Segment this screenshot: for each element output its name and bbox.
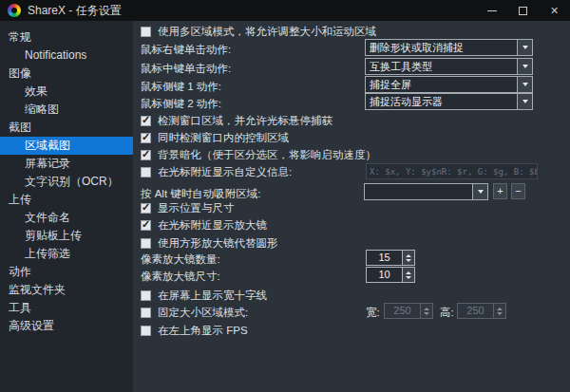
magnifier-size-label: 像素放大镜尺寸: [141,270,220,284]
sidebar-item-tools[interactable]: 工具 [0,299,133,317]
mouse-x2-row: 鼠标侧键 2 动作: [141,96,221,111]
magnifier-count-label: 像素放大镜数量: [141,252,220,267]
spinner-icons [493,304,505,318]
magnifier-count-value: 15 [367,251,402,265]
detect-controls-checkbox[interactable] [141,133,151,143]
crosshair-row: 在屏幕上显示宽十字线 [141,288,267,303]
mouse-x2-select[interactable]: 捕捉活动显示器 [365,93,533,110]
region-capture-settings-panel: 使用多区域模式，将允许调整大小和运动区域 鼠标右键单击动作: 删除形状或取消捕捉… [133,21,570,392]
multi-region-row: 使用多区域模式，将允许调整大小和运动区域 [141,24,376,39]
sidebar-item-notifications[interactable]: Notifications [0,47,133,65]
detect-windows-label: 检测窗口区域，并允许光标悬停捕获 [158,114,332,128]
background-dim-checkbox[interactable] [141,150,151,160]
mouse-x1-select[interactable]: 捕捉全屏 [365,76,533,93]
mouse-x1-label: 鼠标侧键 1 动作: [141,80,221,94]
sidebar-item-thumbnail[interactable]: 缩略图 [0,101,133,119]
maximize-button[interactable] [507,0,539,21]
sidebar-item-ocr[interactable]: 文字识别（OCR） [0,173,133,191]
sidebar-item-file-naming[interactable]: 文件命名 [0,209,133,227]
fixed-width-label: 宽: [366,306,380,320]
show-position-checkbox[interactable] [141,203,151,214]
detect-controls-label: 同时检测窗口内的控制区域 [158,131,289,145]
sidebar-item-clipboard-upload[interactable]: 剪贴板上传 [0,227,133,245]
spinner-icons [420,304,432,318]
settings-sidebar: 常规 Notifications 图像 效果 缩略图 截图 区域截图 屏幕记录 … [0,21,133,392]
sidebar-item-screen-recorder[interactable]: 屏幕记录 [0,155,133,173]
snap-sizes-label: 按 Alt 键时自动吸附区域: [141,187,261,201]
minimize-button[interactable] [476,0,507,21]
custom-info-checkbox[interactable] [141,167,151,177]
mouse-right-row: 鼠标右键单击动作: [141,42,231,57]
magnifier-size-value: 10 [367,268,402,282]
chevron-down-icon[interactable] [517,40,532,55]
window-title: ShareX - 任务设置 [28,3,122,19]
mouse-right-value: 删除形状或取消捕捉 [366,41,517,55]
fixed-size-row: 固定大小区域模式: [141,305,248,320]
show-magnifier-row: 在光标附近显示放大镜 [141,217,267,233]
fixed-height-stepper: 250 [457,303,506,319]
show-position-label: 显示位置与尺寸 [158,201,235,215]
mouse-x2-label: 鼠标侧键 2 动作: [141,97,221,111]
snap-size-add-button[interactable]: + [493,183,507,199]
sidebar-item-effects[interactable]: 效果 [0,83,133,101]
mouse-middle-select[interactable]: 互换工具类型 [365,58,533,75]
crosshair-label: 在屏幕上显示宽十字线 [158,289,267,303]
titlebar: ShareX - 任务设置 ✕ [0,0,570,21]
sidebar-item-region-capture[interactable]: 区域截图 [0,137,133,155]
custom-info-input[interactable]: X: $x, Y: $y$nR: $r, G: $g, B: $b$nHex: … [366,163,538,179]
sidebar-item-general[interactable]: 常规 [0,28,133,47]
close-button[interactable]: ✕ [539,0,570,21]
maximize-icon [519,7,527,15]
sidebar-item-upload-filters[interactable]: 上传筛选 [0,245,133,263]
custom-info-label: 在光标附近显示自定义信息: [158,165,292,179]
sharex-logo-icon [8,4,21,17]
show-magnifier-label: 在光标附近显示放大镜 [158,218,267,233]
show-fps-checkbox[interactable] [141,326,151,336]
sidebar-item-capture[interactable]: 截图 [0,119,133,137]
chevron-down-icon[interactable] [517,59,532,74]
minimize-icon [487,10,497,11]
fixed-size-label: 固定大小区域模式: [158,306,248,320]
magnifier-count-stepper[interactable]: 15 [366,250,415,266]
background-dim-label: 背景暗化（便于区分选区，将影响启动速度） [158,148,376,162]
close-icon: ✕ [550,5,559,17]
fixed-size-checkbox[interactable] [141,308,151,318]
square-magnifier-checkbox[interactable] [141,238,151,249]
fixed-height-label: 高: [440,306,454,320]
mouse-x2-value: 捕捉活动显示器 [366,95,517,109]
snap-size-remove-button[interactable]: − [511,183,525,199]
show-position-row: 显示位置与尺寸 [141,200,235,215]
window-controls: ✕ [476,0,570,21]
magnifier-size-stepper[interactable]: 10 [366,267,415,283]
show-magnifier-checkbox[interactable] [141,220,151,231]
spinner-icons[interactable] [402,268,414,282]
fixed-height-value: 250 [458,304,493,318]
multi-region-checkbox[interactable] [141,27,151,37]
show-fps-row: 在左上角显示 FPS [141,323,248,338]
sidebar-item-actions[interactable]: 动作 [0,263,133,281]
magnifier-count-row: 像素放大镜数量: [141,252,220,267]
custom-info-row: 在光标附近显示自定义信息: [141,164,292,179]
detect-controls-row: 同时检测窗口内的控制区域 [141,130,289,145]
sidebar-item-upload[interactable]: 上传 [0,191,133,209]
mouse-middle-row: 鼠标中键单击动作: [141,61,231,76]
chevron-down-icon[interactable] [517,77,532,92]
show-fps-label: 在左上角显示 FPS [158,324,248,338]
mouse-right-select[interactable]: 删除形状或取消捕捉 [365,39,533,56]
mouse-middle-label: 鼠标中键单击动作: [141,62,231,76]
snap-sizes-select[interactable] [364,183,488,200]
sidebar-item-image[interactable]: 图像 [0,65,133,83]
multi-region-label: 使用多区域模式，将允许调整大小和运动区域 [158,25,376,39]
mouse-right-label: 鼠标右键单击动作: [141,43,231,57]
crosshair-checkbox[interactable] [141,290,151,301]
mouse-x1-value: 捕捉全屏 [366,78,517,92]
sidebar-item-advanced[interactable]: 高级设置 [0,317,133,335]
chevron-down-icon[interactable] [517,94,532,109]
fixed-width-value: 250 [385,304,420,318]
fixed-width-stepper: 250 [384,303,433,319]
spinner-icons[interactable] [402,251,414,265]
chevron-down-icon[interactable] [472,184,487,199]
detect-windows-checkbox[interactable] [141,116,151,126]
mouse-x1-row: 鼠标侧键 1 动作: [141,79,221,94]
sidebar-item-watch-folders[interactable]: 监视文件夹 [0,281,133,299]
